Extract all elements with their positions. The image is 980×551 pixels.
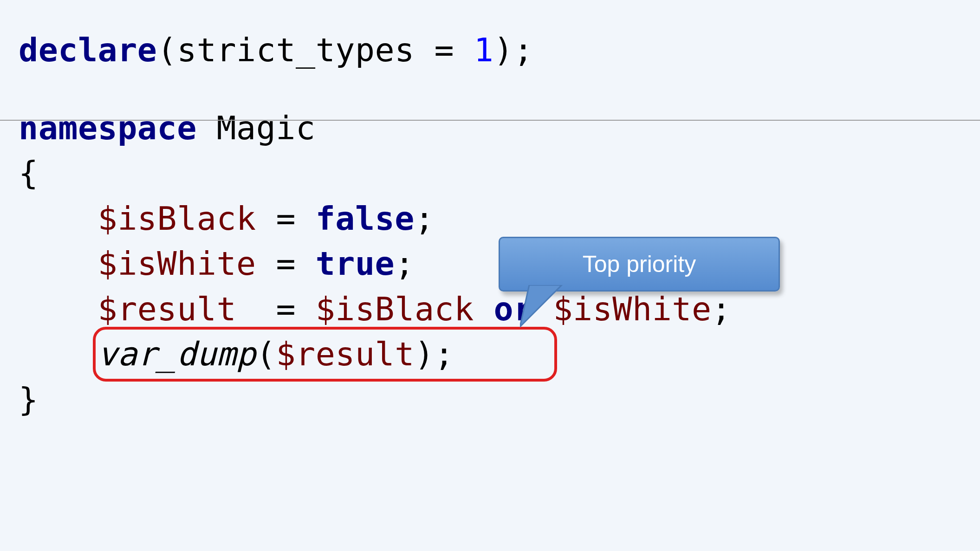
svg-marker-0 — [520, 285, 562, 327]
callout-bubble: Top priority — [499, 237, 780, 292]
code-block: declare(strict_types = 1); namespace Mag… — [0, 0, 980, 422]
code-line-namespace: namespace Magic — [19, 106, 980, 151]
brace-close: } — [19, 377, 980, 423]
code-line-vardump: var_dump($result); — [19, 332, 980, 377]
ident-strict-types: strict_types — [177, 31, 415, 69]
equals: = — [256, 245, 316, 283]
paren-open: ( — [256, 335, 276, 373]
indent — [19, 245, 98, 283]
horizontal-separator — [0, 120, 980, 121]
code-line-result: $result = $isBlack or $isWhite; — [19, 287, 980, 332]
var-result: $result — [98, 290, 237, 328]
gap-equals: = — [236, 290, 316, 328]
keyword-namespace: namespace — [19, 109, 197, 147]
keyword-true: true — [316, 245, 395, 283]
equals: = — [256, 200, 316, 238]
semicolon: ; — [712, 290, 732, 328]
callout-label: Top priority — [583, 251, 696, 278]
indent — [19, 335, 98, 373]
paren-open: ( — [157, 31, 177, 69]
var-isblack2: $isBlack — [316, 290, 474, 328]
keyword-declare: declare — [19, 31, 157, 69]
brace-open: { — [19, 151, 980, 196]
semicolon: ; — [415, 200, 435, 238]
var-isblack: $isBlack — [98, 200, 256, 238]
space — [474, 290, 494, 328]
var-result2: $result — [276, 335, 415, 373]
callout-tail-icon — [520, 285, 571, 331]
code-line-declare: declare(strict_types = 1); — [19, 28, 980, 73]
literal-one: 1 — [474, 31, 494, 69]
spacer — [19, 73, 980, 106]
var-iswhite: $isWhite — [98, 245, 256, 283]
var-iswhite2: $isWhite — [553, 290, 711, 328]
equals: = — [415, 31, 474, 69]
indent — [19, 290, 98, 328]
slide: declare(strict_types = 1); namespace Mag… — [0, 0, 980, 551]
semicolon: ; — [395, 245, 415, 283]
code-line-isblack: $isBlack = false; — [19, 196, 980, 242]
paren-close-semi: ); — [494, 31, 533, 69]
fn-vardump: var_dump — [98, 335, 256, 373]
indent — [19, 200, 98, 238]
paren-close-semi: ); — [415, 335, 454, 373]
keyword-false: false — [316, 200, 415, 238]
namespace-name: Magic — [197, 109, 316, 147]
